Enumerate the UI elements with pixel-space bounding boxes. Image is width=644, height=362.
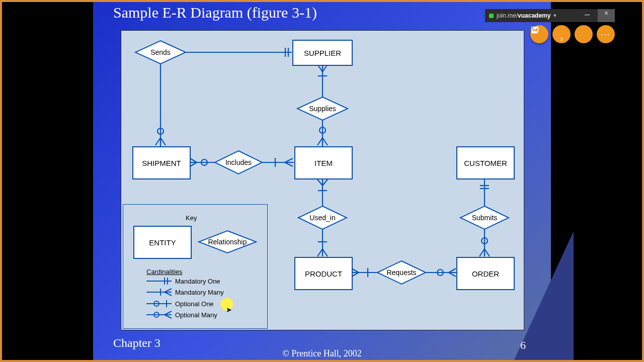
stage: Sample E-R Diagram (figure 3-1) — [0, 0, 644, 362]
video-frame-border — [0, 0, 644, 362]
